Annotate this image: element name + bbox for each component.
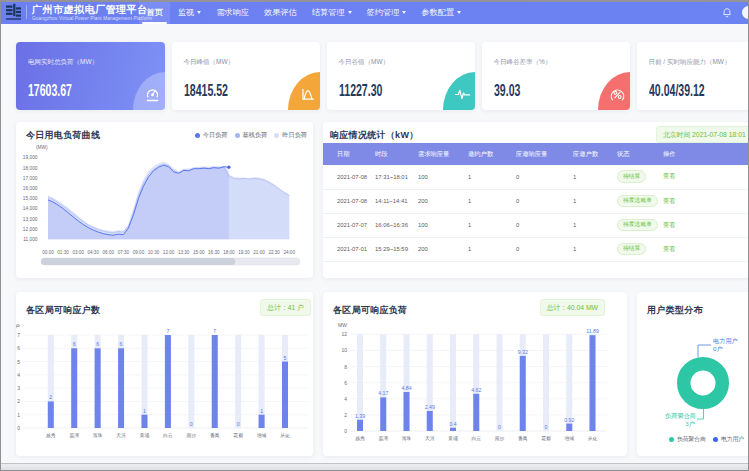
table-cell-invited: 1 (462, 213, 510, 237)
district-load-bar-panel: 各区局可响应负荷 总计：40.04 MW 024681012MW1.39越秀4.… (323, 292, 627, 456)
nav-item-label: 签约管理 (367, 7, 400, 18)
nav-item-label: 结算管理 (312, 7, 345, 18)
bar-value-label: 0.92 (564, 417, 574, 423)
avatar[interactable] (742, 6, 749, 19)
households-bar-panel: 各区局可响应户数 总计：41 户 01234567户2越秀6荔湾6海珠6天河1黄… (16, 292, 313, 456)
bar-category-label: 增城 (563, 436, 574, 442)
svg-text:06:00: 06:00 (103, 250, 115, 255)
kpi-value: 39.03 (494, 81, 520, 101)
kpi-value: 17603.67 (28, 81, 72, 101)
bar-background (543, 334, 549, 431)
header-bar: 广州市虚拟电厂管理平台 Guangzhou Virtual Power Plan… (0, 0, 749, 24)
table-col-header: 邀约户数 (462, 143, 510, 165)
bar-category-label: 南沙 (187, 433, 197, 439)
datazoom-slider[interactable] (41, 258, 300, 265)
bar-天河 (427, 411, 433, 431)
svg-text:6: 6 (17, 345, 20, 351)
bar-category-label: 越秀 (46, 432, 56, 439)
svg-text:24:00: 24:00 (283, 250, 295, 255)
bar-黄埔 (141, 415, 147, 428)
svg-text:16:30: 16:30 (208, 250, 220, 255)
bar-category-label: 花都 (541, 436, 551, 442)
table-cell-responded: 0 (510, 213, 567, 237)
bar-value-label: 6 (120, 341, 123, 347)
bar-从化 (590, 335, 596, 431)
svg-text:2: 2 (17, 398, 20, 404)
kpi-label: 今日峰值（MW） (184, 58, 235, 67)
bar-category-label: 增城 (256, 433, 267, 439)
bar-background (450, 334, 456, 431)
nav-item-home[interactable]: 首页 (139, 0, 170, 24)
nav-menu: 首页监视需求响应效果评估结算管理签约管理参数配置 (139, 0, 469, 24)
percent-icon (609, 86, 626, 103)
table-cell-demand: 200 (412, 237, 462, 261)
bar-category-label: 番禺 (518, 435, 528, 442)
bar-category-label: 花都 (233, 433, 243, 439)
view-link[interactable]: 查看 (663, 197, 676, 204)
horizontal-scrollbar[interactable] (0, 463, 749, 471)
kpi-label: 电网实时总负荷（MW） (28, 58, 98, 67)
bar-番禺 (212, 335, 218, 428)
table-col-header: 应邀户数 (567, 143, 611, 165)
table-cell-responded: 0 (510, 165, 567, 189)
table-cell-resp_users: 1 (567, 213, 611, 237)
kpi-card-peak-valley-rate: 今日峰谷差率（%）39.03 (482, 42, 630, 110)
logo-icon (5, 3, 22, 21)
nav-item-monitor[interactable]: 监视 (170, 0, 208, 24)
svg-text:11,000: 11,000 (23, 237, 38, 242)
bar-海珠 (95, 348, 101, 428)
svg-text:(MW): (MW) (36, 145, 48, 150)
table-cell-date: 2021-07-08 (323, 165, 369, 189)
bell-icon[interactable] (722, 7, 732, 18)
bar-value-label: 0 (190, 421, 193, 427)
nav-item-settlement[interactable]: 结算管理 (304, 0, 359, 24)
bar-白云 (165, 335, 171, 428)
bar-category-label: 南沙 (495, 436, 505, 442)
legend-dot (669, 437, 674, 442)
kpi-value: 11227.30 (339, 81, 382, 101)
svg-text:15,000: 15,000 (23, 196, 38, 201)
svg-text:18,000: 18,000 (23, 166, 38, 171)
nav-item-parameters[interactable]: 参数配置 (414, 0, 469, 24)
bar-value-label: 0 (237, 421, 240, 427)
bar-category-label: 白云 (471, 436, 481, 441)
legend-dot (713, 437, 718, 442)
pie-legend-item-负荷聚合商[interactable]: 负荷聚合商 (669, 435, 706, 444)
bar-value-label: 11.89 (586, 328, 599, 334)
svg-text:1: 1 (17, 412, 20, 418)
svg-text:21:00: 21:00 (253, 250, 265, 255)
kpi-value: 40.04/39.12 (649, 81, 705, 101)
pie-label-value: 3户 (685, 420, 695, 427)
table-cell-date: 2021-07-01 (323, 237, 369, 261)
svg-text:19,000: 19,000 (23, 155, 38, 160)
nav-item-effect-eval[interactable]: 效果评估 (257, 0, 305, 24)
table-row: 2021-07-0716:06~16:36100101待发送账单查看 (323, 213, 749, 237)
bar-value-label: 1 (260, 408, 263, 414)
kpi-label: 日前 / 实时响应能力（MW） (649, 58, 731, 67)
svg-text:12,000: 12,000 (23, 227, 38, 232)
nav-item-demand-response[interactable]: 需求响应 (209, 0, 257, 24)
table-col-header: 日期 (323, 143, 369, 165)
view-link[interactable]: 查看 (663, 245, 676, 252)
nav-item-contract[interactable]: 签约管理 (359, 0, 414, 24)
nav-item-label: 监视 (178, 7, 194, 18)
table-col-header: 操作 (657, 143, 749, 165)
bar-value-label: 0 (545, 424, 548, 430)
bar-category-label: 海珠 (402, 436, 412, 441)
svg-text:15:00: 15:00 (193, 250, 205, 255)
response-table-title: 响应情况统计（kW） (330, 129, 419, 142)
households-bar-chart: 01234567户2越秀6荔湾6海珠6天河1黄埔7白云0南沙7番禺0花都1增城5… (16, 292, 313, 456)
user-type-pie-chart: 电力用户0户负荷聚合商3户 (637, 292, 749, 456)
bar-value-label: 4.17 (378, 390, 388, 396)
app-title: 广州市虚拟电厂管理平台 (32, 4, 139, 15)
kpi-label: 今日谷值（MW） (339, 58, 390, 67)
view-link[interactable]: 查看 (663, 221, 676, 228)
pie-legend-item-电力用户[interactable]: 电力用户 (713, 435, 744, 444)
svg-text:7: 7 (17, 332, 20, 338)
logo-divider (26, 5, 27, 19)
table-cell-resp_users: 1 (567, 165, 611, 189)
view-link[interactable]: 查看 (663, 172, 676, 179)
app-subtitle: Guangzhou Virtual Power Plant Management… (32, 16, 139, 21)
bar-category-label: 天河 (116, 433, 126, 438)
table-col-header: 时段 (369, 143, 412, 165)
